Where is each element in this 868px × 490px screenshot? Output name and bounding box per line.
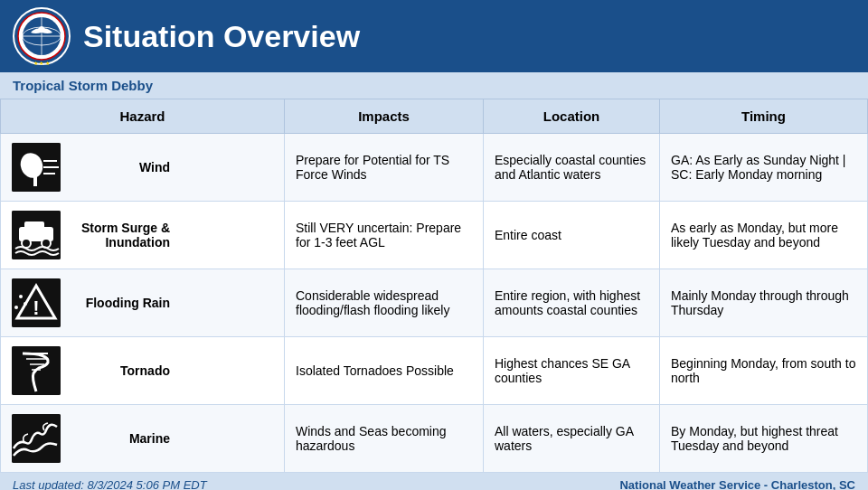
- svg-point-21: [19, 295, 23, 298]
- col-location: Location: [484, 99, 660, 134]
- location-cell: All waters, especially GA waters: [484, 405, 660, 473]
- svg-rect-15: [24, 221, 44, 231]
- main-table-container: Hazard Impacts Location Timing Wind: [0, 99, 868, 473]
- timing-cell: Beginning Monday, from south to north: [660, 337, 868, 405]
- hazard-label: Marine: [68, 431, 170, 446]
- footer: Last updated: 8/3/2024 5:06 PM EDT Natio…: [0, 473, 868, 490]
- hazard-content: Marine: [12, 414, 170, 463]
- page-title: Situation Overview: [83, 19, 360, 54]
- table-row: Wind Prepare for Potential for TS Force …: [1, 134, 868, 202]
- location-cell: Entire coast: [484, 202, 660, 269]
- impacts-cell: Isolated Tornadoes Possible: [285, 337, 484, 405]
- svg-text:!: !: [33, 297, 39, 319]
- hazard-content: Tornado: [12, 346, 170, 395]
- timing-cell: Mainly Monday through through Thursday: [660, 269, 868, 337]
- hazard-cell: Storm Surge & Inundation: [1, 202, 285, 269]
- hazard-cell: Tornado: [1, 337, 285, 405]
- svg-rect-29: [12, 414, 61, 463]
- timing-cell: By Monday, but highest threat Tuesday an…: [660, 405, 868, 473]
- hazard-content: ! Flooding Rain: [12, 278, 170, 327]
- footer-last-updated: Last updated: 8/3/2024 5:06 PM EDT: [13, 478, 207, 490]
- surge-icon: [12, 211, 61, 259]
- table-header-row: Hazard Impacts Location Timing: [1, 99, 868, 134]
- impacts-cell: Winds and Seas becoming hazardous: [285, 405, 484, 473]
- hazard-label: Tornado: [68, 363, 170, 378]
- impacts-cell: Still VERY uncertain: Prepare for 1-3 fe…: [285, 202, 484, 269]
- svg-text:★ ★ ★: ★ ★ ★: [33, 61, 50, 65]
- marine-icon: [12, 414, 61, 463]
- svg-point-23: [14, 306, 18, 309]
- hazard-label: Storm Surge & Inundation: [68, 221, 170, 250]
- nws-logo: ★ ★ ★: [13, 7, 71, 65]
- table-row: Marine Winds and Seas becoming hazardous…: [1, 405, 868, 473]
- hazard-content: Wind: [12, 143, 170, 192]
- location-cell: Entire region, with highest amounts coas…: [484, 269, 660, 337]
- wind-icon: [12, 143, 61, 192]
- col-impacts: Impacts: [285, 99, 484, 134]
- col-timing: Timing: [660, 99, 868, 134]
- hazard-content: Storm Surge & Inundation: [12, 211, 170, 259]
- hazard-cell: Marine: [1, 405, 285, 473]
- hazard-cell: Wind: [1, 134, 285, 202]
- subtitle-bar: Tropical Storm Debby: [0, 72, 868, 99]
- timing-cell: As early as Monday, but more likely Tues…: [660, 202, 868, 269]
- svg-point-22: [24, 302, 27, 306]
- flood-icon: !: [12, 278, 61, 327]
- table-row: Tornado Isolated Tornadoes PossibleHighe…: [1, 337, 868, 405]
- header: ★ ★ ★ Situation Overview: [0, 0, 868, 72]
- tornado-icon: [12, 346, 61, 395]
- location-cell: Highest chances SE GA counties: [484, 337, 660, 405]
- impacts-cell: Considerable widespread flooding/flash f…: [285, 269, 484, 337]
- hazard-label: Flooding Rain: [68, 296, 170, 310]
- timing-cell: GA: As Early as Sunday Night | SC: Early…: [660, 134, 868, 202]
- hazard-cell: ! Flooding Rain: [1, 269, 285, 337]
- situation-table: Hazard Impacts Location Timing Wind: [0, 99, 868, 473]
- table-row: Storm Surge & Inundation Still VERY unce…: [1, 202, 868, 269]
- table-row: ! Flooding Rain Considerable widespread …: [1, 269, 868, 337]
- impacts-cell: Prepare for Potential for TS Force Winds: [285, 134, 484, 202]
- storm-name: Tropical Storm Debby: [13, 78, 153, 93]
- footer-nws-credit: National Weather Service - Charleston, S…: [619, 478, 855, 490]
- location-cell: Especially coastal counties and Atlantic…: [484, 134, 660, 202]
- col-hazard: Hazard: [1, 99, 285, 134]
- hazard-label: Wind: [68, 160, 170, 174]
